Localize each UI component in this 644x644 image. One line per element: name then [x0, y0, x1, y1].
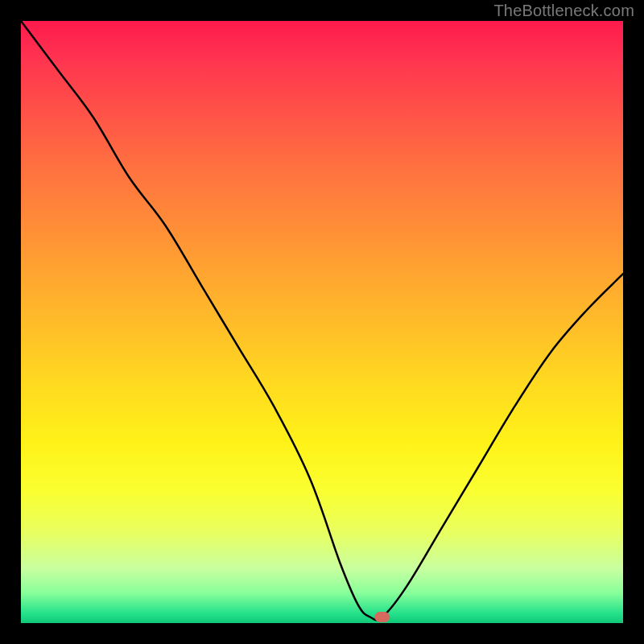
curve-svg: [21, 21, 623, 623]
plot-area: [21, 21, 623, 623]
bottleneck-curve: [21, 21, 623, 620]
chart-frame: TheBottleneck.com: [0, 0, 644, 644]
minimum-marker: [375, 613, 390, 622]
watermark-text: TheBottleneck.com: [493, 2, 634, 20]
